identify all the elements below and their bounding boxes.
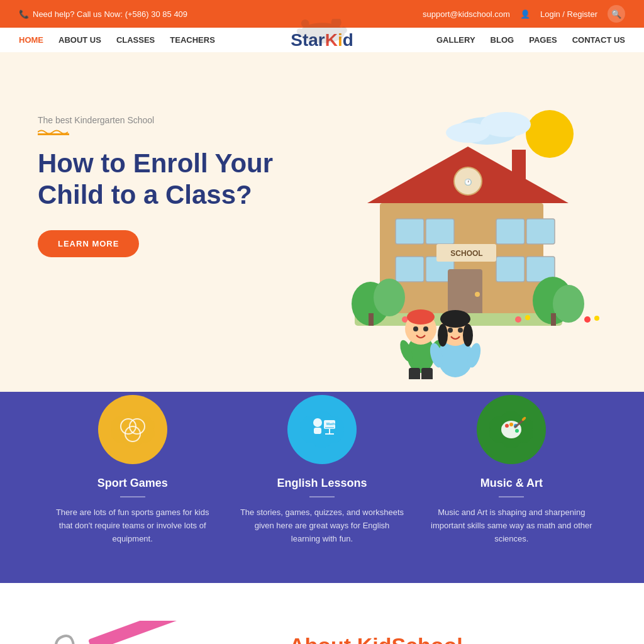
top-bar-left: 📞 Need help? Call us Now: (+586) 30 85 4… (19, 9, 187, 19)
svg-rect-61 (314, 428, 321, 434)
nav-gallery[interactable]: GALLERY (436, 35, 475, 45)
sport-icon-wrap (98, 395, 167, 464)
english-title: English Lessons (240, 477, 404, 490)
feature-music: Music & Art Music and Art is shaping and… (417, 430, 606, 545)
svg-rect-11 (512, 150, 526, 181)
svg-rect-16 (496, 219, 525, 244)
hero-section: The best Kindergarten School How to Enro… (0, 52, 644, 392)
features-section: Sport Games There are lots of fun sports… (0, 392, 644, 583)
svg-rect-18 (396, 257, 424, 282)
svg-text:SCHOOL: SCHOOL (450, 249, 482, 258)
site-logo[interactable]: StarKid (291, 30, 353, 50)
svg-point-71 (515, 429, 519, 433)
about-text: About KidSchool (289, 621, 606, 644)
svg-point-42 (413, 326, 418, 331)
feature-sport: Sport Games There are lots of fun sports… (38, 430, 227, 545)
svg-point-36 (525, 315, 530, 320)
music-icon (489, 408, 533, 452)
svg-point-41 (407, 309, 435, 325)
nav-right: GALLERY BLOG PAGES CONTACT US (436, 35, 625, 45)
header: HOME ABOUT US CLASSES TEACHERS StarKid G… (0, 28, 644, 52)
english-desc: The stories, games, quizzes, and workshe… (240, 506, 404, 545)
school-svg: 🕐 SCHOOL (304, 96, 606, 379)
sport-icon (111, 408, 155, 452)
svg-rect-14 (396, 219, 424, 244)
svg-point-60 (313, 418, 322, 427)
nav-contact[interactable]: CONTACT US (572, 35, 625, 45)
svg-point-3 (340, 26, 347, 33)
about-section: # ✂ About KidSchool (0, 583, 644, 644)
svg-rect-29 (369, 313, 374, 326)
svg-point-37 (584, 316, 591, 323)
english-divider (309, 496, 335, 497)
sport-desc: There are lots of fun sports games for k… (50, 506, 214, 545)
svg-rect-20 (496, 257, 525, 282)
svg-point-52 (463, 324, 473, 347)
svg-point-8 (446, 123, 490, 143)
nav-blog[interactable]: BLOG (491, 35, 514, 45)
about-illustration: # ✂ (38, 621, 252, 644)
svg-rect-32 (551, 313, 556, 326)
svg-point-4 (297, 28, 303, 34)
email-text: support@kidschool.com (423, 9, 510, 19)
svg-point-35 (515, 316, 521, 323)
svg-rect-46 (409, 368, 420, 379)
svg-point-1 (301, 19, 309, 27)
about-title-prefix: About (289, 633, 357, 644)
english-icon-wrap: Math (287, 395, 357, 464)
phone-icon: 📞 (19, 9, 29, 19)
svg-point-5 (526, 110, 574, 158)
feature-english: Math English Lessons The stories, games,… (227, 430, 416, 545)
hero-text: The best Kindergarten School How to Enro… (38, 90, 294, 257)
about-title-highlight: KidSchool (357, 633, 463, 644)
hero-title: How to Enroll Your Child to a Class? (38, 148, 294, 211)
login-text[interactable]: Login / Register (540, 9, 597, 19)
about-title: About KidSchool (289, 633, 606, 644)
about-svg: # ✂ (38, 621, 252, 644)
top-bar-right: support@kidschool.com 👤 Login / Register… (423, 5, 625, 23)
hero-wavy-decoration (38, 130, 69, 135)
svg-point-53 (448, 328, 453, 333)
svg-point-23 (475, 292, 480, 297)
nav-about[interactable]: ABOUT US (58, 35, 101, 45)
svg-point-68 (505, 424, 509, 428)
svg-point-51 (438, 324, 448, 347)
svg-rect-74 (88, 621, 187, 644)
svg-point-38 (594, 316, 599, 321)
english-icon: Math (300, 408, 344, 452)
svg-point-28 (374, 279, 405, 316)
sport-title: Sport Games (50, 477, 214, 490)
svg-rect-15 (426, 219, 454, 244)
music-divider (499, 496, 524, 497)
sport-divider (120, 496, 145, 497)
svg-text:🕐: 🕐 (464, 178, 472, 186)
user-icon: 👤 (520, 9, 530, 19)
nav-home[interactable]: HOME (19, 35, 43, 45)
phone-text: Need help? Call us Now: (+586) 30 85 409 (33, 9, 187, 19)
svg-point-69 (509, 423, 513, 426)
svg-point-43 (423, 326, 428, 331)
search-button[interactable]: 🔍 (608, 5, 625, 23)
svg-point-31 (553, 285, 584, 323)
nav-left: HOME ABOUT US CLASSES TEACHERS (19, 35, 215, 45)
learn-more-button[interactable]: LEARN MORE (38, 230, 139, 257)
hero-illustration: 🕐 SCHOOL (304, 90, 606, 379)
hero-subtitle: The best Kindergarten School (38, 115, 294, 125)
svg-rect-47 (421, 368, 433, 379)
nav-classes[interactable]: CLASSES (116, 35, 155, 45)
svg-rect-17 (526, 219, 555, 244)
nav-pages[interactable]: PAGES (529, 35, 557, 45)
svg-point-54 (458, 328, 463, 333)
music-icon-wrap (477, 395, 546, 464)
music-title: Music & Art (430, 477, 594, 490)
svg-text:Math: Math (326, 422, 335, 426)
music-desc: Music and Art is shaping and sharpening … (430, 506, 594, 545)
nav-teachers[interactable]: TEACHERS (170, 35, 215, 45)
